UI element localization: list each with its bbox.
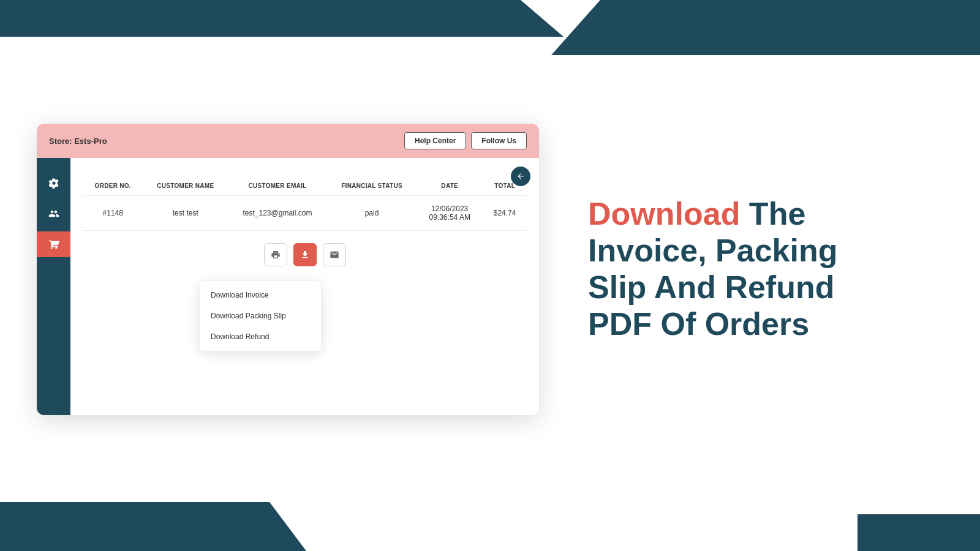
download-button[interactable] [293,243,317,266]
app-header: Store: Ests-Pro Help Center Follow Us [37,124,539,158]
cell-financial-status: paid [327,196,417,231]
main-container: Store: Ests-Pro Help Center Follow Us [37,49,943,490]
back-button[interactable] [511,167,530,186]
app-window: Store: Ests-Pro Help Center Follow Us [37,124,539,415]
hero-headline: Download The Invoice, Packing Slip And R… [588,196,943,342]
app-body: ORDER NO. CUSTOMER NAME CUSTOMER EMAIL F… [37,158,539,415]
cart-icon [48,239,59,250]
email-icon [330,250,339,260]
table-row: #1148 test test test_123@gmail.com paid … [83,196,527,231]
right-section: Download The Invoice, Packing Slip And R… [576,184,943,354]
header-buttons: Help Center Follow Us [404,132,527,149]
back-arrow-icon [516,172,525,181]
follow-us-button[interactable]: Follow Us [471,132,527,149]
cell-customer-email: test_123@gmail.com [228,196,327,231]
sidebar-item-settings[interactable] [37,170,70,196]
bg-decoration-top-left [0,0,588,37]
headline-line4: PDF Of Orders [588,306,809,342]
print-button[interactable] [264,243,287,266]
email-button[interactable] [323,243,346,266]
gear-icon [48,178,59,189]
print-icon [271,250,281,260]
headline-line2: Invoice, Packing [588,233,838,268]
cell-order-no: #1148 [83,196,143,231]
help-center-button[interactable]: Help Center [404,132,466,149]
action-buttons [83,243,527,266]
col-customer-name: CUSTOMER NAME [143,176,228,196]
headline-highlight: Download [588,196,740,231]
dropdown-menu: Download Invoice Download Packing Slip D… [199,280,322,351]
dropdown-item-packing-slip[interactable]: Download Packing Slip [200,305,321,326]
col-customer-email: CUSTOMER EMAIL [228,176,327,196]
sidebar-item-cart[interactable] [37,231,70,257]
headline-line3: Slip And Refund [588,269,834,305]
orders-table: ORDER NO. CUSTOMER NAME CUSTOMER EMAIL F… [83,176,527,231]
bg-decoration-bottom-left [0,502,306,551]
bg-decoration-bottom-right [858,514,980,551]
store-label: Store: Ests-Pro [49,137,107,146]
sidebar-item-users[interactable] [37,201,70,227]
users-icon [48,208,59,219]
download-icon [300,250,310,260]
headline-rest: The [740,196,805,231]
dropdown-item-invoice[interactable]: Download Invoice [200,285,321,305]
cell-date: 12/06/202309:36:54 AM [417,196,483,231]
main-content: ORDER NO. CUSTOMER NAME CUSTOMER EMAIL F… [70,158,539,415]
col-financial-status: FINANCIAL STATUS [327,176,417,196]
col-date: DATE [417,176,483,196]
dropdown-item-refund[interactable]: Download Refund [200,326,321,347]
col-order-no: ORDER NO. [83,176,143,196]
sidebar [37,158,70,415]
bg-decoration-top-right [551,0,980,55]
cell-customer-name: test test [143,196,228,231]
cell-total: $24.74 [483,196,527,231]
